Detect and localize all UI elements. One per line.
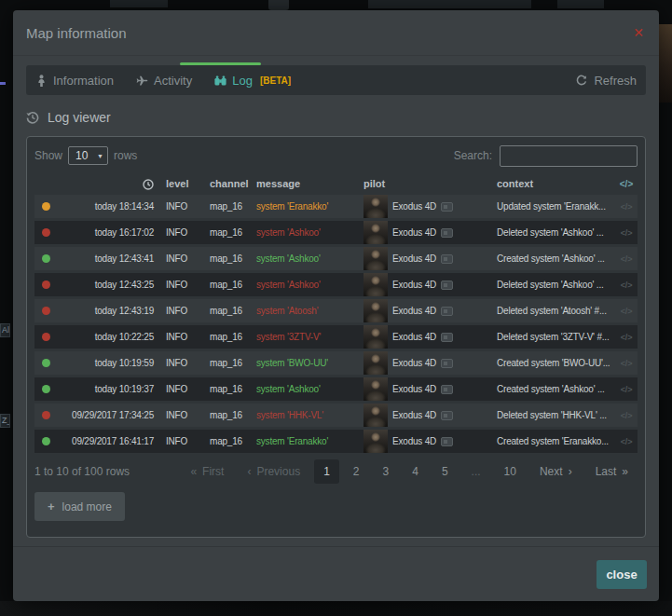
- log-channel: map_16: [203, 280, 252, 290]
- header-message[interactable]: message: [252, 178, 359, 189]
- table-row[interactable]: today 12:43:19 INFO map_16 system 'Atoos…: [34, 299, 638, 322]
- header-level[interactable]: level: [161, 178, 203, 189]
- pilot-avatar: [363, 325, 388, 349]
- table-row[interactable]: today 12:43:41 INFO map_16 system 'Ashko…: [34, 247, 638, 270]
- log-level: INFO: [161, 436, 203, 446]
- log-level: INFO: [161, 358, 203, 368]
- table-row[interactable]: 09/29/2017 16:41:17 INFO map_16 system '…: [34, 430, 638, 453]
- page-number-button[interactable]: 2: [344, 459, 369, 484]
- log-context: Created system 'BWO-UU'...: [489, 358, 615, 368]
- log-time: today 10:19:59: [59, 358, 161, 368]
- row-code-icon[interactable]: </>: [615, 359, 638, 368]
- pilot-avatar: [363, 351, 388, 375]
- close-icon[interactable]: ✕: [633, 25, 644, 40]
- pager-buttons: « First ‹ Previous 12345...10 Next › Las…: [176, 459, 638, 484]
- tab-activity[interactable]: Activity: [136, 74, 192, 88]
- log-channel: map_16: [203, 410, 252, 420]
- page-number-button[interactable]: 5: [432, 459, 458, 484]
- background-fragment: [110, 0, 168, 7]
- background-fragment: [557, 0, 604, 8]
- background-portrait-fragment: [659, 24, 672, 103]
- row-code-icon[interactable]: </>: [615, 437, 638, 446]
- previous-page-button[interactable]: ‹ Previous: [238, 459, 309, 484]
- log-message: system '3ZTV-V': [256, 332, 321, 342]
- log-channel: map_16: [203, 306, 252, 316]
- pilot-avatar: [363, 299, 388, 322]
- log-viewer-heading: Log viewer: [26, 110, 646, 125]
- row-code-icon[interactable]: </>: [615, 385, 638, 394]
- page-size-select[interactable]: 10: [68, 146, 108, 165]
- pilot-cell: Exodus 4D: [359, 195, 489, 218]
- header-code-icon[interactable]: </>: [615, 179, 638, 189]
- pilot-card-icon[interactable]: [441, 437, 453, 446]
- table-row[interactable]: 09/29/2017 17:34:25 INFO map_16 system '…: [34, 404, 638, 427]
- table-row[interactable]: today 18:14:34 INFO map_16 system 'Erana…: [34, 195, 638, 218]
- pilot-name: Exodus 4D: [392, 436, 436, 446]
- row-code-icon[interactable]: </>: [615, 333, 638, 342]
- row-code-icon[interactable]: </>: [615, 228, 638, 238]
- log-message: system 'BWO-UU': [256, 358, 328, 368]
- log-level: INFO: [161, 410, 203, 420]
- page-number-button[interactable]: ...: [462, 459, 490, 484]
- search-input[interactable]: [500, 145, 638, 167]
- map-information-dialog: Map information ✕ Information Activity L…: [13, 10, 659, 601]
- row-code-icon[interactable]: </>: [615, 254, 638, 264]
- log-time: today 10:19:37: [59, 384, 161, 394]
- row-code-icon[interactable]: </>: [615, 307, 638, 316]
- beta-badge: [BETA]: [260, 75, 291, 86]
- pilot-card-icon[interactable]: [441, 307, 453, 316]
- pilot-name: Exodus 4D: [392, 384, 436, 394]
- table-row[interactable]: today 10:22:25 INFO map_16 system '3ZTV-…: [34, 325, 638, 349]
- pilot-name: Exodus 4D: [392, 410, 436, 420]
- pilot-avatar: [363, 247, 388, 270]
- log-level: INFO: [161, 253, 203, 264]
- table-row[interactable]: today 12:43:25 INFO map_16 system 'Ashko…: [34, 273, 638, 296]
- pilot-name: Exodus 4D: [392, 201, 436, 212]
- pilot-card-icon[interactable]: [441, 228, 453, 238]
- header-channel[interactable]: channel: [203, 178, 252, 189]
- log-level: INFO: [161, 280, 203, 290]
- status-cell: [34, 228, 59, 237]
- pilot-name: Exodus 4D: [392, 253, 436, 264]
- pilot-card-icon[interactable]: [441, 333, 453, 342]
- load-more-button[interactable]: + load more: [34, 492, 125, 521]
- row-code-icon[interactable]: </>: [615, 411, 638, 420]
- table-row[interactable]: today 10:19:59 INFO map_16 system 'BWO-U…: [34, 351, 638, 375]
- table-row[interactable]: today 10:19:37 INFO map_16 system 'Ashko…: [34, 377, 638, 401]
- last-page-button[interactable]: Last »: [586, 459, 638, 484]
- table-body: today 18:14:34 INFO map_16 system 'Erana…: [34, 195, 638, 453]
- pilot-name: Exodus 4D: [392, 227, 436, 238]
- log-message: system 'Eranakko': [256, 436, 328, 446]
- pilot-card-icon[interactable]: [441, 359, 453, 368]
- pilot-card-icon[interactable]: [441, 281, 453, 290]
- header-context[interactable]: context: [489, 178, 615, 189]
- log-message: system 'Eranakko': [256, 201, 328, 212]
- first-page-button[interactable]: « First: [181, 459, 233, 484]
- page-number-button[interactable]: 10: [495, 459, 526, 484]
- pilot-card-icon[interactable]: [441, 202, 453, 212]
- log-time: today 10:22:25: [59, 332, 161, 342]
- tab-label: Log: [232, 74, 253, 88]
- tab-information[interactable]: Information: [35, 74, 114, 88]
- pilot-card-icon[interactable]: [441, 411, 453, 420]
- next-page-button[interactable]: Next ›: [530, 459, 582, 484]
- close-button[interactable]: close: [597, 560, 647, 589]
- page-number-button[interactable]: 4: [403, 459, 428, 484]
- header-time-column[interactable]: [59, 177, 161, 189]
- log-time: today 12:43:25: [59, 280, 161, 290]
- header-pilot[interactable]: pilot: [359, 178, 489, 189]
- row-code-icon[interactable]: </>: [615, 202, 638, 212]
- pilot-card-icon[interactable]: [441, 385, 453, 394]
- tab-log[interactable]: Log [BETA]: [214, 74, 291, 88]
- page-number-button[interactable]: 3: [374, 459, 399, 484]
- table-row[interactable]: today 16:17:02 INFO map_16 system 'Ashko…: [34, 221, 638, 244]
- page-size-select-wrap: 10 ▼: [68, 146, 108, 165]
- status-dot-icon: [42, 281, 50, 289]
- refresh-button[interactable]: Refresh: [576, 74, 637, 88]
- log-viewer-title: Log viewer: [48, 110, 111, 125]
- pilot-cell: Exodus 4D: [359, 351, 489, 375]
- row-code-icon[interactable]: </>: [615, 281, 638, 290]
- log-channel: map_16: [203, 436, 252, 446]
- pilot-card-icon[interactable]: [441, 254, 453, 264]
- page-number-button[interactable]: 1: [314, 459, 339, 484]
